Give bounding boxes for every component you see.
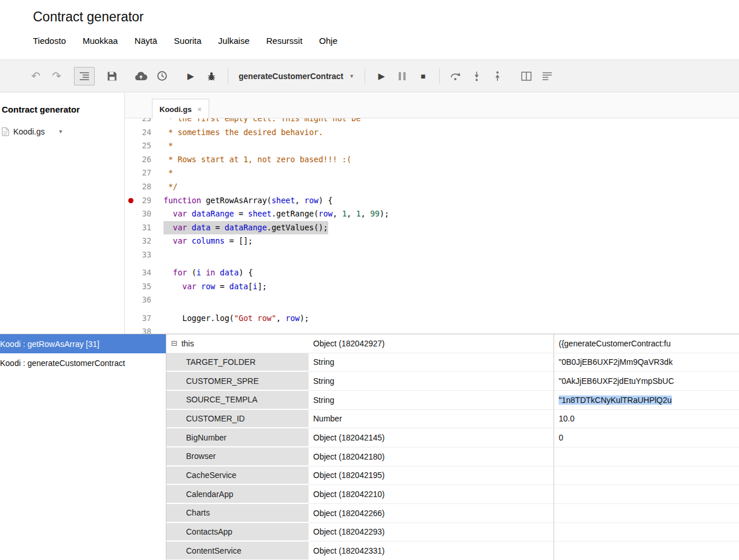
code-text[interactable]: var columns = []; bbox=[153, 234, 252, 248]
variable-row-browser[interactable]: BrowserObject (182042180) bbox=[166, 447, 739, 466]
menu-suorita[interactable]: Suorita bbox=[174, 36, 202, 46]
code-text[interactable]: function getRowAsArray(sheet, row) { bbox=[153, 194, 333, 208]
variable-name[interactable]: SOURCE_TEMPLA bbox=[166, 391, 309, 410]
split-panel-button[interactable] bbox=[518, 67, 535, 85]
code-text[interactable]: * bbox=[153, 166, 173, 180]
variable-row-customer-spre[interactable]: CUSTOMER_SPREString"0AkJjEB6UXF2jdEtuYmp… bbox=[166, 372, 739, 391]
line-number-24[interactable]: 24 bbox=[125, 126, 153, 140]
variable-value[interactable]: 0 bbox=[554, 428, 739, 447]
tab-close-icon[interactable]: × bbox=[198, 105, 202, 114]
code-text[interactable] bbox=[153, 293, 164, 311]
variable-name[interactable]: BigNumber bbox=[166, 428, 309, 447]
code-text[interactable]: * sometimes the desired behavior. bbox=[153, 126, 323, 140]
line-number-34[interactable]: 34 bbox=[125, 266, 153, 280]
code-text[interactable] bbox=[153, 325, 164, 334]
collapse-toggle-icon[interactable]: ⊟ bbox=[171, 339, 177, 348]
variable-row-customer-id[interactable]: CUSTOMER_IDNumber10.0 bbox=[166, 410, 739, 429]
variable-name[interactable]: TARGET_FOLDER bbox=[166, 353, 309, 372]
callstack-item-0[interactable]: Koodi : getRowAsArray [31] bbox=[0, 334, 166, 353]
menu-julkaise[interactable]: Julkaise bbox=[218, 36, 250, 46]
sidebar-file-koodi-gs[interactable]: Koodi.gs ▼ bbox=[0, 124, 124, 140]
step-in-button[interactable] bbox=[468, 67, 485, 85]
redo-button[interactable]: ↷ bbox=[48, 67, 65, 85]
variable-value[interactable]: "0B0JjEB6UXF2jMm9QaVR3dk bbox=[554, 353, 739, 372]
variable-row-target-folder[interactable]: TARGET_FOLDERString"0B0JjEB6UXF2jMm9QaVR… bbox=[166, 353, 739, 372]
variable-row-bignumber[interactable]: BigNumberObject (182042145)0 bbox=[166, 428, 739, 447]
menu-tiedosto[interactable]: Tiedosto bbox=[33, 36, 66, 46]
line-number-37[interactable]: 37 bbox=[125, 312, 153, 326]
debug-button[interactable] bbox=[203, 67, 220, 85]
line-number-35[interactable]: 35 bbox=[125, 280, 153, 294]
step-out-button[interactable] bbox=[489, 67, 506, 85]
menu-resurssit[interactable]: Resurssit bbox=[266, 36, 303, 46]
variable-value[interactable] bbox=[554, 542, 739, 560]
variable-value[interactable]: 10.0 bbox=[554, 410, 739, 429]
line-number-31[interactable]: 31 bbox=[125, 221, 153, 235]
line-number-32[interactable]: 32 bbox=[125, 234, 153, 248]
code-editor[interactable]: 23 * the first empty cell. This might no… bbox=[125, 118, 739, 334]
pause-button[interactable] bbox=[393, 67, 411, 85]
undo-button[interactable]: ↶ bbox=[27, 67, 44, 85]
variable-name[interactable]: CacheService bbox=[166, 466, 309, 486]
code-text[interactable]: var data = dataRange.getValues(); bbox=[153, 221, 328, 235]
line-number-38[interactable]: 38 bbox=[125, 325, 153, 334]
code-text[interactable] bbox=[153, 248, 164, 266]
line-number-36[interactable]: 36 bbox=[125, 293, 153, 311]
variable-value[interactable]: "0AkJjEB6UXF2jdEtuYmpSbUC bbox=[554, 372, 739, 391]
breakpoint-dot[interactable] bbox=[128, 198, 133, 203]
code-text[interactable]: * the first empty cell. This might not b… bbox=[153, 118, 361, 126]
line-number-23[interactable]: 23 bbox=[125, 118, 153, 126]
tab-koodi-gs[interactable]: Koodi.gs × bbox=[152, 99, 209, 119]
code-text[interactable]: * bbox=[153, 139, 173, 153]
line-number-27[interactable]: 27 bbox=[125, 166, 153, 180]
menu-ohje[interactable]: Ohje bbox=[319, 36, 337, 46]
variable-row-source-templa[interactable]: SOURCE_TEMPLAString"1n8TDTkCNyKulTRaUHPl… bbox=[166, 391, 739, 410]
code-text[interactable]: var dataRange = sheet.getRange(row, 1, 1… bbox=[153, 207, 389, 221]
variable-name[interactable]: CUSTOMER_ID bbox=[166, 410, 309, 429]
run-button[interactable]: ▶ bbox=[182, 67, 199, 85]
variable-name[interactable]: ⊟this bbox=[166, 334, 309, 353]
code-text[interactable]: var row = data[i]; bbox=[153, 280, 267, 294]
variable-name[interactable]: CUSTOMER_SPRE bbox=[166, 372, 309, 391]
line-number-28[interactable]: 28 bbox=[125, 180, 153, 194]
variable-row-calendarapp[interactable]: CalendarAppObject (182042210) bbox=[166, 485, 739, 504]
list-view-button[interactable] bbox=[539, 67, 556, 85]
version-history-button[interactable] bbox=[153, 67, 170, 85]
code-text[interactable]: */ bbox=[153, 180, 177, 194]
code-text[interactable]: * Rows start at 1, not zero based!!! :( bbox=[153, 153, 351, 167]
line-number-25[interactable]: 25 bbox=[125, 139, 153, 153]
variable-name[interactable]: ContactsApp bbox=[166, 523, 309, 542]
variable-name[interactable]: ContentService bbox=[166, 542, 309, 560]
variable-row-cacheservice[interactable]: CacheServiceObject (182042195) bbox=[166, 466, 739, 486]
variable-value[interactable]: "1n8TDTkCNyKulTRaUHPlQ2u bbox=[554, 391, 739, 410]
code-text[interactable]: Logger.log("Got row", row); bbox=[153, 312, 309, 326]
variable-value[interactable] bbox=[554, 523, 739, 542]
variable-value[interactable] bbox=[554, 504, 739, 523]
step-over-button[interactable] bbox=[447, 67, 465, 85]
continue-button[interactable]: ▶ bbox=[373, 67, 390, 85]
indentation-button[interactable] bbox=[74, 67, 95, 85]
deploy-button[interactable] bbox=[132, 67, 150, 85]
variable-row-charts[interactable]: ChartsObject (182042266) bbox=[166, 504, 739, 523]
menu-n-yt-[interactable]: Näytä bbox=[135, 36, 157, 46]
variable-row-contactsapp[interactable]: ContactsAppObject (182042293) bbox=[166, 523, 739, 542]
line-number-26[interactable]: 26 bbox=[125, 153, 153, 167]
variable-value[interactable]: ({generateCustomerContract:fu bbox=[554, 334, 739, 353]
line-number-30[interactable]: 30 bbox=[125, 207, 153, 221]
line-number-33[interactable]: 33 bbox=[125, 248, 153, 266]
code-text[interactable]: for (i in data) { bbox=[153, 266, 253, 280]
save-button[interactable] bbox=[103, 67, 121, 85]
stop-button[interactable]: ■ bbox=[414, 67, 432, 85]
variable-value[interactable] bbox=[554, 485, 739, 504]
line-number-29[interactable]: 29 bbox=[125, 194, 153, 208]
variable-value[interactable] bbox=[554, 447, 739, 466]
callstack-item-1[interactable]: Koodi : generateCustomerContract bbox=[0, 353, 166, 372]
menu-muokkaa[interactable]: Muokkaa bbox=[83, 36, 118, 46]
variable-name[interactable]: CalendarApp bbox=[166, 485, 309, 504]
variable-name[interactable]: Browser bbox=[166, 447, 309, 466]
variable-name[interactable]: Charts bbox=[166, 504, 309, 523]
function-selector[interactable]: generateCustomerContract ▼ bbox=[234, 72, 359, 81]
file-menu-caret-icon[interactable]: ▼ bbox=[58, 129, 63, 135]
variable-row-this[interactable]: ⊟thisObject (182042927)({generateCustome… bbox=[166, 334, 739, 353]
variable-row-contentservice[interactable]: ContentServiceObject (182042331) bbox=[166, 542, 739, 560]
